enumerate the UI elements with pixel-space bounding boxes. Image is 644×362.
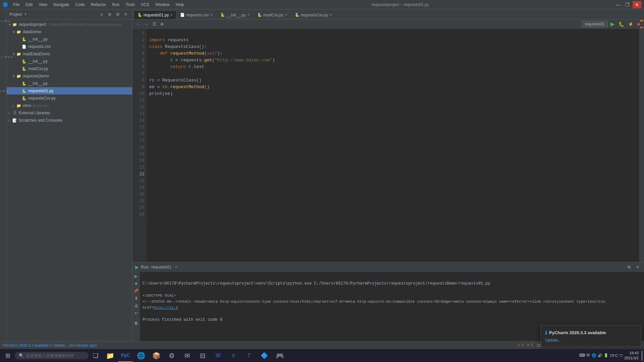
tree-item-requests-csv[interactable]: ▷ 📄 requests.csv <box>7 43 132 50</box>
tab-close-readcsv[interactable]: ✕ <box>285 13 287 17</box>
menu-file[interactable]: File <box>10 2 22 8</box>
status-update-message[interactable]: PyCharm 2020.3.3 available // Update... … <box>3 343 97 347</box>
taskbar-search-input[interactable] <box>26 353 79 358</box>
tab-icon-requests01: 🐍 <box>138 13 142 17</box>
scroll-to-end-button[interactable]: ⬇ <box>133 295 139 301</box>
title-bar: 🔵 File Edit View Navigate Code Refactor … <box>0 0 644 9</box>
taskbar-app-explorer[interactable]: 📁 <box>103 349 117 362</box>
taskbar-app-blue[interactable]: 🔷 <box>257 349 272 362</box>
menu-view[interactable]: View <box>36 2 50 8</box>
menu-tools[interactable]: Tools <box>123 2 138 8</box>
tree-item-requestsdemo[interactable]: ▼ 📁 requestsDemo <box>7 72 132 80</box>
run-tab-close-icon[interactable]: ✕ <box>175 265 177 269</box>
tree-item-requestscsv[interactable]: ▷ 🐍 requestsCsv.py <box>7 95 132 102</box>
menu-code[interactable]: Code <box>72 2 88 8</box>
taskbar-app-pycharm[interactable]: PyC <box>118 349 133 362</box>
tab-close-requestscsv[interactable]: ✕ <box>329 13 332 17</box>
stop-button[interactable]: ■ <box>636 21 641 27</box>
windows-start-button[interactable]: ⊞ <box>1 349 14 362</box>
run-with-coverage-button[interactable]: ⚡ <box>627 21 635 27</box>
tab-icon-init: 🐍 <box>220 13 225 17</box>
taskbar-app-game[interactable]: 🎮 <box>272 349 287 362</box>
tree-item-init-datademo[interactable]: ▷ 🐍 __init__.py <box>7 36 132 43</box>
editor-area: 🐍 requests01.py ✕ 📄 requests.csv ✕ 🐍 __i… <box>132 9 644 352</box>
tab-label-readcsv: readCsv.py <box>263 13 283 17</box>
tab-requestscsv[interactable]: 🐍 requestsCsv.py ✕ <box>291 10 336 19</box>
sidebar-icon-favorites[interactable]: Fav <box>0 82 6 99</box>
clear-output-button[interactable]: 🗑 <box>133 320 139 326</box>
menu-navigate[interactable]: Navigate <box>51 2 72 8</box>
menu-bar: File Edit View Navigate Code Refactor Ru… <box>10 2 186 8</box>
locate-file-button[interactable]: ⊕ <box>106 11 113 18</box>
taskbar-app-mail[interactable]: ✉ <box>180 349 195 362</box>
sidebar-icon-project[interactable]: Proj <box>0 11 6 31</box>
taskbar-app-store[interactable]: 📦 <box>149 349 164 362</box>
settings-button[interactable]: ⚙ <box>114 11 121 18</box>
navigate-forward-button[interactable]: → <box>143 21 150 27</box>
navigate-back-button[interactable]: ← <box>135 21 142 27</box>
taskbar-app-browser[interactable]: 🌐 <box>133 349 148 362</box>
tree-item-init-readdatademo[interactable]: ▷ 🐍 __init__.py <box>7 58 132 65</box>
tab-init[interactable]: 🐍 __init__.py ✕ <box>217 10 254 19</box>
app-icon: 🔵 <box>3 2 8 7</box>
bookmark-button[interactable]: ⊕ <box>159 21 165 27</box>
rerun-button[interactable]: ▶ <box>133 273 139 279</box>
tab-requests01[interactable]: 🐍 requests01.py ✕ <box>134 10 176 19</box>
sidebar-icon-structure[interactable]: Struct <box>0 45 6 68</box>
tab-label-requests-csv: requests.csv <box>186 13 209 17</box>
debug-button[interactable]: 🐛 <box>617 21 626 27</box>
task-view-button[interactable]: ❑ <box>89 349 102 362</box>
tree-item-readcsv[interactable]: ▷ 🐍 readCsv.py <box>7 65 132 72</box>
close-panel-button[interactable]: ✕ <box>122 11 129 18</box>
code-content[interactable]: import requests class RequestsClass(): d… <box>147 29 639 262</box>
close-button[interactable]: ✕ <box>633 1 641 8</box>
menu-run[interactable]: Run <box>109 2 122 8</box>
menu-edit[interactable]: Edit <box>23 2 35 8</box>
taskbar-app-excel[interactable]: X <box>226 349 241 362</box>
stop-run-button[interactable]: ■ <box>133 281 139 287</box>
tab-close-requests-csv[interactable]: ✕ <box>210 13 213 17</box>
taskbar-app-terminal[interactable]: ⊟ <box>195 349 210 362</box>
tab-close-requests01[interactable]: ✕ <box>170 13 173 17</box>
tree-item-venv[interactable]: ▷ 📁 venv library root <box>7 102 132 109</box>
tab-requests-csv[interactable]: 📄 requests.csv ✕ <box>176 10 216 19</box>
taskbar-app-word[interactable]: W <box>211 349 225 362</box>
tree-item-init-requestsdemo[interactable]: ▷ 🐍 __init__.py <box>7 80 132 87</box>
run-panel-settings-button[interactable]: ⚙ <box>625 263 633 271</box>
tree-item-scratches[interactable]: ▷ 📝 Scratches and Consoles <box>7 117 132 124</box>
maximize-button[interactable]: ❐ <box>623 1 632 8</box>
notification-popup: ℹ PyCharm 2020.3.3 available Update... <box>541 325 641 347</box>
menu-window[interactable]: Window <box>153 2 172 8</box>
run-button[interactable]: ▶ <box>609 20 616 28</box>
taskbar-app-teams[interactable]: T <box>241 349 256 362</box>
collapse-all-button[interactable]: ≡ <box>98 11 105 18</box>
show-desktop-button[interactable] <box>641 351 643 361</box>
menu-refactor[interactable]: Refactor <box>88 2 109 8</box>
editor-gutter-right <box>639 29 644 262</box>
run-output-html1: <!DOCTYPE html> <box>143 294 176 298</box>
taskbar-app-settings[interactable]: ⚙ <box>164 349 179 362</box>
pin-tab-button[interactable]: 📌 <box>133 288 139 294</box>
tree-item-datademo[interactable]: ▼ 📁 dataDemo <box>7 28 132 36</box>
recent-files-button[interactable]: ☰ <box>151 21 158 27</box>
tree-item-readdatademo[interactable]: ▼ 📁 readDataDemo <box>7 50 132 58</box>
run-panel-close-button[interactable]: ✕ <box>634 263 641 271</box>
soft-wrap-button[interactable]: ↩ <box>133 310 139 316</box>
system-clock[interactable]: 19:43 2021/3/2 <box>624 351 639 360</box>
tree-item-external-libraries[interactable]: ▷ 🗄 External Libraries <box>7 109 132 117</box>
minimize-button[interactable]: — <box>614 1 623 8</box>
tab-readcsv[interactable]: 🐍 readCsv.py ✕ <box>254 10 291 19</box>
tree-item-requestsproject[interactable]: ▼ 📁 requestsproject C:\Users\86178\Pycha… <box>7 21 132 28</box>
notification-update-link[interactable]: Update... <box>545 338 637 343</box>
status-warnings: ⚠ 6 ✕ 3 <box>517 343 533 347</box>
editor-toolbar: ← → ☰ ⊕ requests01 ▶ 🐛 ⚡ ■ <box>132 19 644 29</box>
tab-close-init[interactable]: ✕ <box>247 13 250 17</box>
taskbar-search-bar[interactable]: 🔍 <box>15 352 89 359</box>
menu-help[interactable]: Help <box>173 2 187 8</box>
tree-item-requests01[interactable]: ▷ 🐍 requests01.py <box>7 87 132 95</box>
menu-vcs[interactable]: VCS <box>138 2 152 8</box>
title-bar-left: 🔵 File Edit View Navigate Code Refactor … <box>3 2 186 8</box>
print-button[interactable]: 🖨 <box>133 303 139 309</box>
project-dropdown-icon[interactable]: ▼ <box>24 12 27 16</box>
code-editor[interactable]: 12345 678910 1112131415 1617181920 21222… <box>132 29 644 262</box>
